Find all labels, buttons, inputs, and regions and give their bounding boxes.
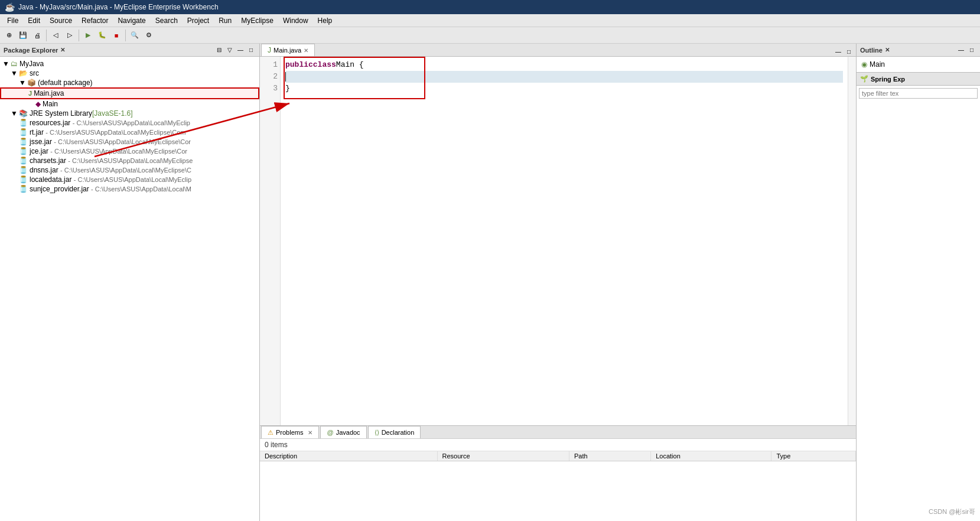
outline-minimize[interactable]: — [956, 45, 966, 55]
editor-minimize-button[interactable]: — [834, 47, 843, 56]
expand-icon-src: ▼ [11, 69, 18, 77]
editor-area: 1 2 3 public class Main { [260, 57, 856, 521]
tree-view: ▼ 🗂 MyJava ▼ 📂 src ▼ 📦 (default package)… [0, 57, 259, 521]
tree-item-rt-jar[interactable]: 🫙 rt.jar - C:\Users\ASUS\AppData\Local\M… [0, 128, 259, 137]
tab-javadoc[interactable]: @ Javadoc [320, 426, 366, 438]
menu-bar: File Edit Source Refactor Navigate Searc… [0, 14, 980, 27]
collapse-button[interactable]: ⊟ [214, 45, 224, 55]
jar-icon-localedata: 🫙 [19, 175, 28, 184]
tree-item-dnsns-jar[interactable]: 🫙 dnsns.jar - C:\Users\ASUS\AppData\Loca… [0, 165, 259, 175]
outline-class-icon: ◉ [861, 60, 867, 69]
editor-tab-main[interactable]: J Main.java ✕ [261, 44, 315, 56]
outline-actions: — □ [956, 45, 976, 55]
save-button[interactable]: 💾 [17, 29, 30, 42]
tree-label-charsets-jar: charsets.jar - C:\Users\ASUS\AppData\Loc… [30, 157, 193, 165]
line-num-2: 2 [262, 71, 278, 83]
maximize-button[interactable]: □ [246, 45, 256, 55]
menu-help[interactable]: Help [313, 15, 337, 26]
outline-title: Outline ✕ [860, 47, 890, 54]
forward-button[interactable]: ▷ [63, 29, 76, 42]
menu-myeclipse[interactable]: MyEclipse [236, 15, 278, 26]
editor-maximize-button[interactable]: □ [844, 47, 854, 56]
tree-item-jce-jar[interactable]: 🫙 jce.jar - C:\Users\ASUS\AppData\Local\… [0, 146, 259, 156]
menu-search[interactable]: Search [151, 15, 183, 26]
tree-item-src[interactable]: ▼ 📂 src [0, 69, 259, 78]
menu-navigate[interactable]: Navigate [113, 15, 150, 26]
tree-item-myjava[interactable]: ▼ 🗂 MyJava [0, 59, 259, 69]
line-num-3: 3 [262, 83, 278, 95]
tree-label-default-package: (default package) [38, 79, 93, 87]
outline-item-label: Main [870, 60, 885, 69]
search-button[interactable]: 🔍 [128, 29, 141, 42]
col-resource[interactable]: Resource [437, 451, 569, 461]
outline-title-label: Outline [860, 47, 883, 54]
project-icon: 🗂 [11, 60, 18, 68]
col-location[interactable]: Location [651, 451, 771, 461]
menu-project[interactable]: Project [183, 15, 214, 26]
settings-button[interactable]: ⚙ [142, 29, 155, 42]
tree-label-resources-jar: resources.jar - C:\Users\ASUS\AppData\Lo… [30, 119, 190, 127]
tree-item-sunjce-jar[interactable]: 🫙 sunjce_provider.jar - C:\Users\ASUS\Ap… [0, 184, 259, 194]
tree-item-jre[interactable]: ▼ 📚 JRE System Library [JavaSE-1.6] [0, 109, 259, 118]
tree-item-default-package[interactable]: ▼ 📦 (default package) [0, 78, 259, 87]
code-line-1: public class Main { [285, 59, 843, 71]
panel-actions: ⊟ ▽ — □ [214, 45, 256, 55]
menu-file[interactable]: File [2, 15, 23, 26]
tree-item-jsse-jar[interactable]: 🫙 jsse.jar - C:\Users\ASUS\AppData\Local… [0, 137, 259, 146]
cursor [285, 72, 286, 82]
outline-close-icon[interactable]: ✕ [885, 47, 890, 53]
tab-close-problems[interactable]: ✕ [308, 429, 312, 436]
expand-icon-jre: ▼ [11, 109, 18, 118]
spring-explorer-header: 🌱 Spring Exp [857, 73, 980, 86]
new-button[interactable]: ⊕ [2, 29, 15, 42]
close-icon[interactable]: ✕ [60, 47, 65, 53]
menu-source[interactable]: Source [45, 15, 77, 26]
col-path[interactable]: Path [569, 451, 650, 461]
menu-refactor[interactable]: Refactor [77, 15, 113, 26]
tree-item-charsets-jar[interactable]: 🫙 charsets.jar - C:\Users\ASUS\AppData\L… [0, 156, 259, 165]
tree-item-main-java[interactable]: J Main.java [0, 87, 259, 99]
java-icon: ☕ [5, 2, 15, 12]
tree-label-jre-version: [JavaSE-1.6] [92, 109, 133, 118]
code-line-2 [285, 71, 843, 83]
run-button[interactable]: ▶ [82, 29, 95, 42]
menu-run[interactable]: Run [214, 15, 236, 26]
tree-item-localedata-jar[interactable]: 🫙 localedata.jar - C:\Users\ASUS\AppData… [0, 175, 259, 184]
menu-window[interactable]: Window [278, 15, 313, 26]
jar-icon-charsets: 🫙 [19, 157, 28, 165]
editor-scrollbar[interactable] [848, 57, 856, 425]
col-type[interactable]: Type [771, 451, 856, 461]
menu-edit[interactable]: Edit [23, 15, 45, 26]
tree-item-resources-jar[interactable]: 🫙 resources.jar - C:\Users\ASUS\AppData\… [0, 118, 259, 128]
tree-label-localedata-jar: localedata.jar - C:\Users\ASUS\AppData\L… [30, 175, 191, 184]
tree-label-jsse-jar: jsse.jar - C:\Users\ASUS\AppData\Local\M… [30, 138, 191, 146]
print-button[interactable]: 🖨 [31, 29, 44, 42]
tree-item-main-class[interactable]: ◆ Main [0, 99, 259, 109]
minimize-button[interactable]: — [236, 45, 245, 55]
tree-label-sunjce-jar: sunjce_provider.jar - C:\Users\ASUS\AppD… [30, 185, 191, 193]
tab-label: Main.java [274, 47, 301, 54]
debug-button[interactable]: 🐛 [96, 29, 109, 42]
kw-public: public [285, 59, 313, 71]
package-explorer-title: Package Explorer ✕ [4, 47, 65, 54]
tab-declaration[interactable]: ⟨⟩ Declaration [368, 426, 421, 438]
code-editor[interactable]: public class Main { } [281, 57, 848, 425]
stop-button[interactable]: ■ [110, 29, 123, 42]
menu-button[interactable]: ▽ [225, 45, 235, 55]
spring-filter-input[interactable] [859, 88, 978, 99]
outline-item-main[interactable]: ◉ Main [859, 59, 978, 70]
jar-icon-jce: 🫙 [19, 147, 28, 155]
class-icon: ◆ [35, 100, 41, 108]
tab-problems[interactable]: ⚠ Problems ✕ [261, 426, 319, 438]
col-description[interactable]: Description [260, 451, 437, 461]
jar-icon-dnsns: 🫙 [19, 166, 28, 174]
back-button[interactable]: ◁ [49, 29, 62, 42]
watermark: CSDN @彬sir哥 [929, 507, 975, 516]
line-num-1: 1 [262, 59, 278, 71]
toolbar: ⊕ 💾 🖨 ◁ ▷ ▶ 🐛 ■ 🔍 ⚙ [0, 27, 980, 44]
tab-close-icon[interactable]: ✕ [304, 47, 308, 54]
window-title: Java - MyJava/src/Main.java - MyEclipse … [18, 3, 219, 11]
outline-maximize[interactable]: □ [967, 45, 976, 55]
problems-icon: ⚠ [268, 429, 274, 437]
toolbar-sep-1 [46, 30, 47, 41]
